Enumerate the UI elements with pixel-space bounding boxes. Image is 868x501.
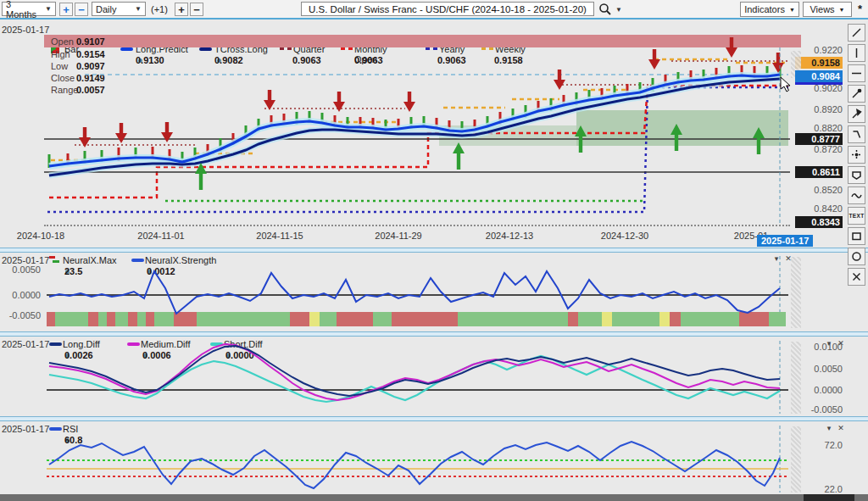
ohlc-row-label: Low [51, 61, 68, 71]
chevron-down-icon: ▼ [40, 5, 52, 13]
symbol-title: U.S. Dollar / Swiss Franc - USD/CHF (202… [309, 4, 587, 14]
chevron-down-icon: ▼ [130, 5, 142, 13]
ohlc-row-value: 0.0057 [76, 85, 105, 95]
panel-collapse-icon[interactable]: ▾ [771, 253, 782, 264]
line-diagonal-tool-button[interactable] [848, 24, 865, 42]
polyline-icon [850, 128, 863, 141]
pencil-icon [850, 87, 863, 100]
line-diagonal-icon [850, 26, 863, 39]
x-axis-line [44, 225, 790, 226]
symbol-title-box[interactable]: U.S. Dollar / Swiss Franc - USD/CHF (202… [301, 2, 594, 16]
legend-swatch [120, 47, 133, 51]
diff-axis-label: 0.0000 [795, 385, 843, 395]
legend-item-value: 0.0012 [147, 266, 175, 276]
x-axis-label: 2024-11-15 [251, 231, 309, 241]
legend-swatch [426, 47, 438, 50]
open-value: 0.9107 [76, 36, 105, 47]
x-axis-label: 2024-11-01 [132, 231, 190, 241]
crosshair-icon [850, 148, 863, 161]
panel-collapse-icon[interactable]: ▾ [824, 423, 834, 433]
panel-close-icon[interactable]: ✕ [783, 253, 793, 264]
price-axis-label: 0.8520 [795, 185, 843, 195]
wave-tool-button[interactable] [848, 186, 865, 204]
neuralx-legend-icon [49, 256, 59, 264]
x-axis-label: 2024-12-13 [481, 231, 538, 241]
line-horizontal-icon [850, 67, 863, 80]
ohlc-row-label: High [51, 49, 70, 59]
pencil-tool-button[interactable] [848, 85, 865, 103]
diff-panel[interactable] [0, 337, 868, 416]
scrollbar-thumb[interactable] [804, 494, 854, 501]
price-axis-label: 0.8611 [795, 166, 843, 178]
period-select[interactable]: Daily▼ [92, 2, 146, 16]
polyline-tool-button[interactable] [848, 125, 865, 143]
legend-item-value: 0.9158 [494, 55, 523, 65]
legend-item-value: 0.0026 [64, 350, 93, 360]
neural-axis-label: 0.0000 [0, 290, 41, 300]
legend-item-value: 0.9130 [136, 55, 164, 65]
rsi-axis-label: 72.0 [795, 440, 843, 450]
timeframe-select[interactable]: 3 Months▼ [2, 2, 56, 16]
step-forward-button[interactable]: + [175, 3, 188, 16]
shape-bubble-tool-button[interactable] [848, 166, 865, 184]
legend-item-value: 0.9082 [214, 55, 243, 65]
step-back-button[interactable]: − [190, 3, 203, 16]
close-icon [850, 270, 863, 283]
close-tool-button[interactable] [848, 268, 865, 286]
legend-swatch [481, 47, 494, 50]
mouse-cursor [780, 76, 795, 93]
ohlc-row-label: Close [51, 73, 75, 83]
ellipse-tool-button[interactable] [848, 248, 865, 265]
legend-swatch [127, 342, 140, 346]
marker-tool-button[interactable] [848, 105, 865, 123]
price-axis-label: 0.9158 [795, 57, 843, 69]
wave-icon [850, 189, 863, 202]
period-value: Daily [96, 4, 116, 14]
main-chart-panel[interactable]: 2025-01-17 BarLong.Predict0.9130TCross.L… [0, 19, 868, 248]
rectangle-icon [850, 230, 863, 242]
text-tool-button[interactable]: TEXT [848, 207, 865, 225]
search-dropdown-icon[interactable]: ▼ [615, 6, 622, 14]
crosshair-tool-button[interactable] [848, 146, 865, 164]
panel-close-icon[interactable]: ✕ [836, 423, 846, 433]
legend-item-value: 0.0000 [225, 350, 254, 360]
search-icon[interactable] [598, 3, 612, 16]
ohlc-row-value: 0.9154 [76, 49, 105, 59]
indicators-button[interactable]: Indicators [740, 2, 799, 17]
marker-icon [850, 108, 863, 120]
legend-item-value: 0.0006 [142, 350, 171, 360]
bar-offset-label: (+1) [151, 4, 168, 14]
bottom-scrollbar[interactable] [0, 494, 868, 501]
rsi-panel[interactable] [0, 421, 868, 494]
legend-swatch [280, 47, 292, 50]
main-chart-date: 2025-01-17 [2, 25, 49, 35]
price-axis-label: 0.9020 [795, 83, 843, 93]
price-axis-label: 0.8343 [795, 216, 843, 228]
values-band [44, 35, 801, 47]
zoom-out-button[interactable]: − [75, 3, 88, 16]
modified-indicator: * [858, 3, 862, 15]
price-axis-label: 0.9220 [795, 45, 843, 55]
neuralx-panel[interactable] [0, 253, 868, 331]
views-button[interactable]: Views [803, 2, 852, 17]
price-axis-label: 0.9084 [795, 70, 843, 82]
open-label: Open [51, 36, 74, 47]
legend-swatch [49, 342, 62, 346]
line-horizontal-tool-button[interactable] [848, 64, 865, 82]
panel-rsi-date: 2025-01-17 [2, 424, 49, 434]
timeframe-value: 3 Months [6, 0, 40, 19]
line-vertical-tool-button[interactable] [848, 44, 865, 62]
legend-swatch [49, 427, 62, 431]
axis-hatch [791, 426, 801, 493]
diff-axis-label: 0.0050 [795, 364, 843, 374]
legend-swatch [341, 47, 353, 50]
text-icon: TEXT [849, 213, 865, 219]
zoom-in-button[interactable]: + [59, 3, 73, 16]
price-axis-label: 0.8720 [795, 144, 843, 154]
ellipse-icon [850, 250, 863, 263]
rectangle-tool-button[interactable] [848, 227, 865, 245]
axis-hatch [791, 342, 801, 414]
price-axis-label: 0.8777 [795, 133, 843, 145]
ohlc-row-value: 0.9149 [76, 73, 105, 83]
x-axis-label: 2024-11-29 [370, 231, 427, 241]
